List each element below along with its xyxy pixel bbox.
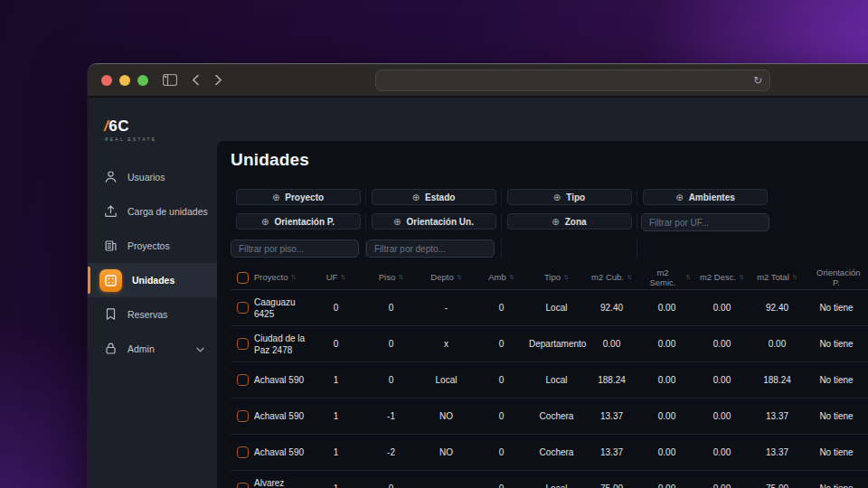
filter-orientacion-un-button[interactable]: ⊕Orientación Un. [372, 213, 496, 230]
cell-m2-total: 13.37 [750, 410, 805, 422]
sort-icon[interactable]: ↑↓ [739, 273, 744, 282]
sidebar-item-label: Unidades [132, 275, 175, 286]
cell-m2-desc: 0.00 [694, 446, 750, 458]
filter-estado-button[interactable]: ⊕Estado [372, 189, 496, 205]
filter-button-label: Zona [565, 217, 587, 227]
filter-zona-button[interactable]: ⊕Zona [507, 213, 632, 230]
address-input[interactable] [383, 70, 746, 90]
reload-icon[interactable]: ↻ [753, 75, 762, 86]
filter-orientacion-p-button[interactable]: ⊕Orientación P. [236, 213, 361, 230]
cell-m2-desc: 0.00 [694, 410, 750, 422]
cell-tipo: Departamento [529, 338, 584, 350]
cell-tipo: Cochera [529, 410, 584, 422]
cell-m2-cub: 13.37 [584, 410, 639, 422]
sidebar-item-carga-de-unidades[interactable]: Carga de unidades [88, 194, 217, 229]
table-row[interactable]: Achaval 590 1 -2 NO 0 Cochera 13.37 0.00… [231, 435, 868, 471]
maximize-window-button[interactable] [137, 75, 148, 86]
column-header: UF [326, 272, 338, 282]
select-all-checkbox[interactable] [237, 272, 249, 284]
sort-icon[interactable]: ↑↓ [398, 273, 403, 282]
cell-proyecto: Achaval 590 [254, 446, 308, 458]
address-bar[interactable]: ↻ [375, 70, 770, 91]
cell-piso: 0 [363, 302, 419, 314]
row-checkbox[interactable] [237, 302, 249, 314]
filter-tipo-button[interactable]: ⊕Tipo [507, 189, 632, 205]
cell-orientacion: No tiene [805, 446, 868, 458]
cell-m2-cub: 188.24 [584, 374, 639, 386]
cell-depto: NO [419, 446, 474, 458]
cell-amb: 0 [474, 374, 529, 386]
filter-piso-input[interactable] [231, 239, 359, 258]
main-content: Unidades ⊕Proyecto ⊕Estado ⊕Tipo ⊕Ambien… [217, 141, 868, 488]
sidebar-item-reservas[interactable]: Reservas [88, 297, 217, 332]
filter-depto-input[interactable] [366, 239, 495, 258]
app-logo: /6C [88, 98, 217, 136]
sort-icon[interactable]: ↑↓ [627, 273, 632, 282]
sidebar-item-proyectos[interactable]: Proyectos [88, 229, 217, 263]
table-row[interactable]: Ciudad de la Paz 2478 0 0 x 0 Departamen… [231, 326, 868, 362]
cell-uf: 1 [308, 374, 363, 386]
row-checkbox[interactable] [237, 338, 249, 350]
cell-amb: 0 [474, 410, 529, 422]
upload-icon [104, 204, 118, 220]
sort-icon[interactable]: ↑↓ [340, 273, 345, 282]
row-checkbox[interactable] [237, 410, 249, 422]
cell-piso: 0 [363, 374, 419, 386]
column-header: m2 Cub. [591, 272, 624, 282]
filter-proyecto-button[interactable]: ⊕Proyecto [236, 189, 361, 205]
minimize-window-button[interactable] [119, 75, 130, 86]
cell-amb: 0 [474, 302, 529, 314]
sidebar-item-usuarios[interactable]: Usuarios [88, 160, 217, 194]
cell-m2-total: 188.24 [750, 374, 805, 386]
sidebar-item-unidades[interactable]: Unidades [88, 263, 217, 297]
row-checkbox[interactable] [237, 446, 249, 458]
sidebar-nav: Usuarios Carga de unidades Proyectos [88, 160, 217, 366]
cell-m2-semic: 0.00 [639, 338, 694, 350]
sidebar-item-admin[interactable]: Admin [88, 332, 217, 366]
table-row[interactable]: Alvarez Jonte 1 0 - 0 Local 75.00 0.00 0… [231, 471, 868, 488]
cell-tipo: Local [529, 483, 584, 488]
units-table: Proyecto↑↓ UF↑↓ Piso↑↓ Depto↑↓ Amb↑↓ Tip… [231, 266, 868, 488]
cell-m2-cub: 75.00 [584, 483, 639, 488]
sort-icon[interactable]: ↑↓ [509, 273, 514, 282]
table-row[interactable]: Caaguazu 6425 0 0 - 0 Local 92.40 0.00 0… [231, 290, 868, 326]
row-checkbox[interactable] [237, 374, 249, 386]
table-row[interactable]: Achaval 590 1 -1 NO 0 Cochera 13.37 0.00… [231, 399, 868, 435]
filter-bar: ⊕Proyecto ⊕Estado ⊕Tipo ⊕Ambientes ⊕Orie… [231, 189, 773, 258]
filter-ambientes-button[interactable]: ⊕Ambientes [643, 189, 768, 205]
cell-proyecto: Achaval 590 [254, 410, 308, 422]
filter-button-label: Estado [425, 192, 455, 202]
filter-uf-input[interactable] [641, 213, 769, 231]
cell-m2-semic: 0.00 [639, 374, 694, 386]
traffic-lights [101, 75, 148, 86]
close-window-button[interactable] [101, 75, 112, 86]
sidebar-toggle-icon[interactable] [163, 74, 177, 86]
forward-button-icon[interactable] [214, 74, 222, 86]
sort-icon[interactable]: ↑↓ [685, 273, 691, 282]
plus-circle-icon: ⊕ [553, 192, 561, 202]
cell-piso: -2 [363, 446, 419, 458]
sort-icon[interactable]: ↑↓ [291, 273, 297, 282]
column-header: Amb [488, 272, 506, 282]
cell-m2-semic: 0.00 [639, 446, 694, 458]
cell-uf: 0 [308, 302, 363, 314]
table-row[interactable]: Achaval 590 1 0 Local 0 Local 188.24 0.0… [231, 362, 868, 399]
filter-button-label: Orientación P. [274, 217, 335, 227]
sort-icon[interactable]: ↑↓ [563, 273, 569, 282]
chevron-down-icon [196, 343, 204, 354]
page-title: Unidades [231, 150, 868, 170]
cell-depto: Local [419, 374, 474, 386]
row-checkbox[interactable] [237, 483, 249, 488]
cell-piso: -1 [363, 410, 419, 422]
cell-uf: 1 [308, 483, 363, 488]
sidebar: /6C REAL ESTATE Usuarios Carga de unidad… [88, 98, 217, 488]
sort-icon[interactable]: ↑↓ [792, 273, 797, 282]
sort-icon[interactable]: ↑↓ [457, 273, 462, 282]
cell-orientacion: No tiene [805, 483, 868, 488]
back-button-icon[interactable] [192, 74, 200, 86]
cell-proyecto: Alvarez Jonte [254, 477, 308, 488]
cell-piso: 0 [363, 483, 419, 488]
cell-m2-total: 13.37 [750, 446, 805, 458]
building-icon [104, 239, 118, 254]
column-header: Tipo [544, 272, 561, 282]
